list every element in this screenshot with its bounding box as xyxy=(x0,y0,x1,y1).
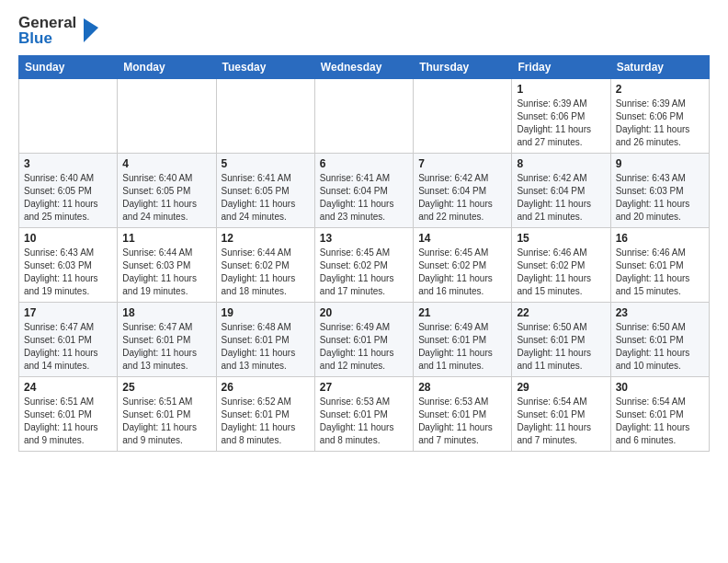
day-info: Sunrise: 6:51 AM Sunset: 6:01 PM Dayligh… xyxy=(122,396,210,447)
logo-icon xyxy=(80,17,100,44)
calendar-cell: 28Sunrise: 6:53 AM Sunset: 6:01 PM Dayli… xyxy=(414,377,512,452)
week-row-2: 3Sunrise: 6:40 AM Sunset: 6:05 PM Daylig… xyxy=(19,154,710,228)
day-info: Sunrise: 6:47 AM Sunset: 6:01 PM Dayligh… xyxy=(24,321,112,373)
day-info: Sunrise: 6:42 AM Sunset: 6:04 PM Dayligh… xyxy=(517,172,605,224)
weekday-header-sunday: Sunday xyxy=(19,56,118,79)
day-number: 15 xyxy=(517,232,605,245)
weekday-header-monday: Monday xyxy=(118,56,216,79)
day-info: Sunrise: 6:39 AM Sunset: 6:06 PM Dayligh… xyxy=(616,98,704,149)
day-number: 29 xyxy=(517,381,605,394)
day-number: 1 xyxy=(517,83,605,96)
day-info: Sunrise: 6:53 AM Sunset: 6:01 PM Dayligh… xyxy=(320,396,408,447)
day-number: 27 xyxy=(320,381,408,394)
day-info: Sunrise: 6:47 AM Sunset: 6:01 PM Dayligh… xyxy=(122,321,210,373)
day-info: Sunrise: 6:40 AM Sunset: 6:05 PM Dayligh… xyxy=(24,172,112,224)
day-info: Sunrise: 6:50 AM Sunset: 6:01 PM Dayligh… xyxy=(616,321,704,373)
week-row-1: 1Sunrise: 6:39 AM Sunset: 6:06 PM Daylig… xyxy=(19,79,710,154)
weekday-header-friday: Friday xyxy=(512,56,610,79)
calendar-cell: 1Sunrise: 6:39 AM Sunset: 6:06 PM Daylig… xyxy=(512,79,610,154)
calendar-cell: 7Sunrise: 6:42 AM Sunset: 6:04 PM Daylig… xyxy=(414,154,512,228)
day-info: Sunrise: 6:46 AM Sunset: 6:02 PM Dayligh… xyxy=(517,247,605,298)
day-info: Sunrise: 6:39 AM Sunset: 6:06 PM Dayligh… xyxy=(517,98,605,149)
calendar-cell: 12Sunrise: 6:44 AM Sunset: 6:02 PM Dayli… xyxy=(216,228,314,303)
calendar-cell: 2Sunrise: 6:39 AM Sunset: 6:06 PM Daylig… xyxy=(610,79,709,154)
calendar-cell xyxy=(216,79,314,154)
calendar-cell: 3Sunrise: 6:40 AM Sunset: 6:05 PM Daylig… xyxy=(19,154,118,228)
calendar-cell: 23Sunrise: 6:50 AM Sunset: 6:01 PM Dayli… xyxy=(610,303,709,377)
calendar-cell: 20Sunrise: 6:49 AM Sunset: 6:01 PM Dayli… xyxy=(314,303,413,377)
day-number: 24 xyxy=(24,381,112,394)
calendar-cell: 14Sunrise: 6:45 AM Sunset: 6:02 PM Dayli… xyxy=(414,228,512,303)
header: General Blue xyxy=(18,15,710,46)
day-info: Sunrise: 6:45 AM Sunset: 6:02 PM Dayligh… xyxy=(418,247,506,298)
day-info: Sunrise: 6:42 AM Sunset: 6:04 PM Dayligh… xyxy=(418,172,506,224)
calendar-cell: 17Sunrise: 6:47 AM Sunset: 6:01 PM Dayli… xyxy=(19,303,118,377)
calendar-cell: 18Sunrise: 6:47 AM Sunset: 6:01 PM Dayli… xyxy=(118,303,216,377)
calendar-cell: 5Sunrise: 6:41 AM Sunset: 6:05 PM Daylig… xyxy=(216,154,314,228)
calendar-cell: 25Sunrise: 6:51 AM Sunset: 6:01 PM Dayli… xyxy=(118,377,216,452)
day-info: Sunrise: 6:44 AM Sunset: 6:02 PM Dayligh… xyxy=(222,247,310,298)
calendar-cell: 16Sunrise: 6:46 AM Sunset: 6:01 PM Dayli… xyxy=(610,228,709,303)
calendar-cell: 26Sunrise: 6:52 AM Sunset: 6:01 PM Dayli… xyxy=(216,377,314,452)
day-number: 17 xyxy=(24,306,112,319)
week-row-4: 17Sunrise: 6:47 AM Sunset: 6:01 PM Dayli… xyxy=(19,303,710,377)
day-number: 21 xyxy=(418,306,506,319)
day-info: Sunrise: 6:54 AM Sunset: 6:01 PM Dayligh… xyxy=(517,396,605,447)
calendar-cell: 27Sunrise: 6:53 AM Sunset: 6:01 PM Dayli… xyxy=(314,377,413,452)
day-info: Sunrise: 6:41 AM Sunset: 6:04 PM Dayligh… xyxy=(320,172,408,224)
calendar-cell: 6Sunrise: 6:41 AM Sunset: 6:04 PM Daylig… xyxy=(314,154,413,228)
calendar-cell: 11Sunrise: 6:44 AM Sunset: 6:03 PM Dayli… xyxy=(118,228,216,303)
day-info: Sunrise: 6:46 AM Sunset: 6:01 PM Dayligh… xyxy=(616,247,704,298)
weekday-header-tuesday: Tuesday xyxy=(216,56,314,79)
day-number: 28 xyxy=(418,381,506,394)
weekday-header-saturday: Saturday xyxy=(610,56,709,79)
day-number: 6 xyxy=(320,157,408,170)
calendar-cell: 13Sunrise: 6:45 AM Sunset: 6:02 PM Dayli… xyxy=(314,228,413,303)
day-info: Sunrise: 6:40 AM Sunset: 6:05 PM Dayligh… xyxy=(122,172,210,224)
calendar-cell xyxy=(19,79,118,154)
calendar-cell: 29Sunrise: 6:54 AM Sunset: 6:01 PM Dayli… xyxy=(512,377,610,452)
day-number: 26 xyxy=(222,381,310,394)
calendar-cell: 9Sunrise: 6:43 AM Sunset: 6:03 PM Daylig… xyxy=(610,154,709,228)
day-info: Sunrise: 6:44 AM Sunset: 6:03 PM Dayligh… xyxy=(122,247,210,298)
page: General Blue SundayMondayTuesdayWednesda… xyxy=(0,0,728,466)
week-row-5: 24Sunrise: 6:51 AM Sunset: 6:01 PM Dayli… xyxy=(19,377,710,452)
day-number: 4 xyxy=(122,157,210,170)
calendar-cell: 8Sunrise: 6:42 AM Sunset: 6:04 PM Daylig… xyxy=(512,154,610,228)
day-number: 20 xyxy=(320,306,408,319)
day-info: Sunrise: 6:54 AM Sunset: 6:01 PM Dayligh… xyxy=(616,396,704,447)
day-number: 3 xyxy=(24,157,112,170)
weekday-header-thursday: Thursday xyxy=(414,56,512,79)
day-info: Sunrise: 6:53 AM Sunset: 6:01 PM Dayligh… xyxy=(418,396,506,447)
day-number: 13 xyxy=(320,232,408,245)
day-info: Sunrise: 6:48 AM Sunset: 6:01 PM Dayligh… xyxy=(222,321,310,373)
day-number: 12 xyxy=(222,232,310,245)
day-info: Sunrise: 6:45 AM Sunset: 6:02 PM Dayligh… xyxy=(320,247,408,298)
day-number: 25 xyxy=(122,381,210,394)
day-number: 18 xyxy=(122,306,210,319)
weekday-header-wednesday: Wednesday xyxy=(314,56,413,79)
day-number: 22 xyxy=(517,306,605,319)
day-number: 19 xyxy=(222,306,310,319)
day-info: Sunrise: 6:41 AM Sunset: 6:05 PM Dayligh… xyxy=(222,172,310,224)
logo-blue-text: Blue xyxy=(18,30,76,46)
calendar-cell: 15Sunrise: 6:46 AM Sunset: 6:02 PM Dayli… xyxy=(512,228,610,303)
calendar-cell: 22Sunrise: 6:50 AM Sunset: 6:01 PM Dayli… xyxy=(512,303,610,377)
calendar-cell: 4Sunrise: 6:40 AM Sunset: 6:05 PM Daylig… xyxy=(118,154,216,228)
svg-marker-0 xyxy=(84,18,98,42)
day-number: 16 xyxy=(616,232,704,245)
calendar-cell: 19Sunrise: 6:48 AM Sunset: 6:01 PM Dayli… xyxy=(216,303,314,377)
weekday-header-row: SundayMondayTuesdayWednesdayThursdayFrid… xyxy=(19,56,710,79)
logo: General Blue xyxy=(18,15,100,46)
logo-general-text: General xyxy=(18,15,76,30)
day-info: Sunrise: 6:43 AM Sunset: 6:03 PM Dayligh… xyxy=(616,172,704,224)
day-info: Sunrise: 6:49 AM Sunset: 6:01 PM Dayligh… xyxy=(320,321,408,373)
day-number: 30 xyxy=(616,381,704,394)
day-number: 2 xyxy=(616,83,704,96)
day-info: Sunrise: 6:43 AM Sunset: 6:03 PM Dayligh… xyxy=(24,247,112,298)
calendar-cell xyxy=(118,79,216,154)
day-number: 5 xyxy=(222,157,310,170)
day-number: 8 xyxy=(517,157,605,170)
day-number: 10 xyxy=(24,232,112,245)
day-number: 23 xyxy=(616,306,704,319)
